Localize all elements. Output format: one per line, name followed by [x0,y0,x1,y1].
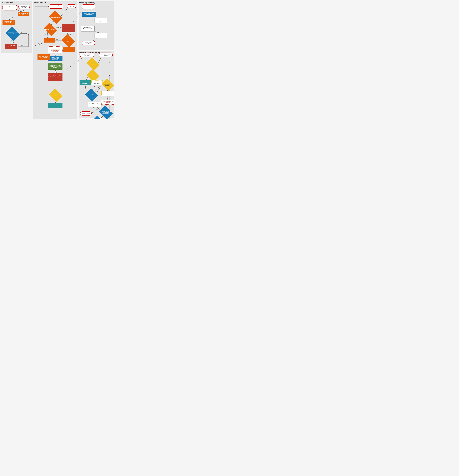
snc-contains-diamond: MatchHistory contains Matches? [87,71,98,80]
canvas: run(Summoner) crawl(Summoner) backtrack(… [0,0,115,119]
snc-exists-diamond: MatchHistory exists? [87,60,98,69]
svg-text:RETURN: RETURN [21,45,25,46]
svg-text:YES: YES [91,110,93,112]
svg-text:YES: YES [10,40,12,41]
bt-reinsert-node: RE-INSERT input Summoner to Cache [95,33,107,38]
svg-text:NO: NO [98,86,99,88]
crawl-start-node: crawl called with input Summoner [49,4,63,9]
svg-text:NO: NO [83,89,85,90]
crawl-obtained-null-diamond: obtained MatchHistory is null? [62,36,74,46]
snc-remove-match-node: REMOVE Match from MatchHistory [80,80,91,85]
svg-text:YES: YES [56,39,58,40]
svg-text:NO: NO [99,73,100,75]
run-set-crawling-node: SET crawler mode to CRAWLING [2,20,15,25]
crawl-call-seeknext-node: CALL seekNextCrawl with the MatchHistory… [48,73,63,81]
run-start2-node: stop crawling. RETURN [18,5,30,9]
snc-return-summoner-node: RETURN Summoner [80,111,91,116]
snc-match-participants-diamond: Match contains Participants? [102,80,113,89]
bt-obtain-node: Obtain CrawlerConfig's SummonerHistory [82,12,96,17]
crawl-add-summoner-node: ADD Summoner to CrawlerConfig's Summoner… [48,56,63,61]
backtrack-title: backtrack(Summoner) [79,2,95,4]
crawl-summoner-null-diamond: obtained Summoner is null? [49,90,62,100]
crawl-return1-node: RETURN [67,4,76,8]
svg-line-3 [23,9,24,12]
bt-remove-node: REMOVE Summoner from Cache [95,18,107,23]
run-set-idle-node: SET crawler mode to IDLE [18,12,29,16]
snc-start-node: seekNextCrawl called with MatchHistory [80,52,94,57]
crawl-inspect-diamond: INSPECT Crawler Mode [44,25,57,34]
svg-line-4 [9,15,15,20]
svg-text:YES: YES [65,10,66,12]
bt-return-node: RETURN obtained MatchHistory [82,41,95,45]
crawl-set-crawling-node: SET Crawler Mode to CRAWLING [63,47,75,52]
crawl-set-input-node: SET crawl input Summoner to obtained Sum… [48,103,63,108]
snc-get-summoner-node: GET Summoner from the Participant [101,100,114,105]
snc-return-null-node: RETURN null for no next summoner [99,52,113,57]
run-title: run(Summoner) [2,2,13,4]
crawl-send-matchhistory-node: SEND MatchHistory to the OutputHandler t… [48,63,63,70]
svg-text:YES: YES [85,77,87,78]
svg-text:YES: YES [41,92,43,94]
snc-get-match-node: GET Match from MatchHistory [91,80,103,85]
crawl-set-backtracking-node: SET Crawler Mode to BACKTRACKING [38,54,50,60]
snc-summoner-accepted-diamond: Summoner accepted by CrawlerConfig's Sum… [99,108,112,118]
snc-match-accepted-diamond: Match accepted by CrawlerConfig's MatchF… [86,91,97,100]
crawl-title: crawl(Summoner) [34,2,46,4]
svg-text:NO: NO [96,109,98,110]
crawl-idle-diamond: Crawler Mode is IDLE? [49,13,62,22]
svg-text:RETURN: RETURN [56,86,60,88]
crawl-get-matchhistory-node: GET MatchHistory of Summoner with number… [48,46,63,53]
bt-random-node: OBTAIN random MatchHistory from the Cach… [81,26,95,32]
crawl-call-backtrack-node: CALL backtrack with Summoner to obtain a… [62,24,75,32]
run-start1-node: run called with input summoner name and … [2,5,17,10]
svg-text:CRAWLING: CRAWLING [44,34,49,35]
snc-already-visited-diamond: Summoner already visited in SummonerHist… [92,118,104,119]
snc-get-random-node: GET RANDOM Participant in the Match [101,91,114,96]
snc-remove-participant-node: REMOVE Participant from the Participants [88,102,101,107]
svg-text:YES: YES [99,86,101,87]
run-call-crawl-node: CALL crawl with Summoner [5,44,17,49]
svg-point-89 [38,43,40,45]
crawl-set-idle2-node: SET Crawler Mode to IDLE [44,38,56,42]
bt-start-node: backtrack called with Summoner [82,4,95,9]
run-summoner-filter-diamond: Summoner accepted by CrawlerConfig's Sum… [7,29,19,39]
svg-text:NO: NO [99,58,101,59]
svg-text:NO: NO [21,32,22,33]
